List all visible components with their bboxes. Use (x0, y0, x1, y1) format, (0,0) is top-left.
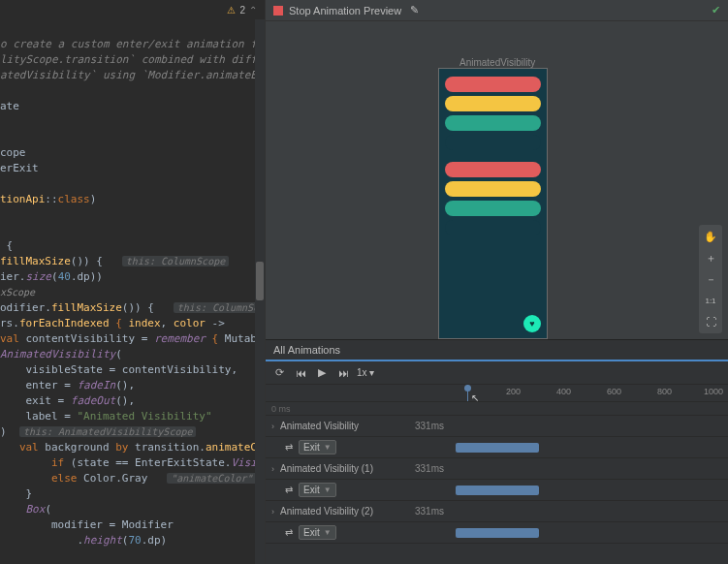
zoom-out-icon[interactable]: － (702, 270, 719, 288)
scrub-time-label: 0 ms (266, 402, 450, 415)
tick-1000: 1000 (704, 387, 723, 396)
track-0-header[interactable]: › Animated Visibility 331ms (266, 416, 728, 437)
tick-600: 600 (607, 387, 621, 396)
preview-bar-3 (445, 135, 541, 150)
chevron-down-icon: ▼ (324, 486, 332, 494)
preview-bar-6 (445, 201, 541, 216)
swap-icon[interactable]: ⇄ (285, 485, 293, 495)
track-0-sub: ⇄ Exit▼ (266, 437, 728, 458)
editor-status-bar: ⚠ 2 ⌃ (0, 0, 265, 19)
playback-controls: ⟳ ⏮ ▶ ⏭ 1x▾ (266, 361, 728, 385)
cursor-icon: ↖ (471, 392, 479, 403)
track-0-name: Animated Visibility (280, 421, 359, 431)
track-0-duration: 331ms (415, 421, 444, 431)
track-0-segment[interactable] (456, 443, 539, 453)
animation-inspector: All Animations ⟳ ⏮ ▶ ⏭ 1x▾ 200 400 600 8… (266, 339, 728, 564)
status-ok-icon: ✔ (712, 4, 720, 16)
track-1-name: Animated Visibility (1) (280, 463, 373, 474)
fab-button[interactable]: ♥ (523, 315, 541, 332)
track-1-segment[interactable] (456, 486, 539, 495)
editor-scrollbar[interactable] (255, 19, 265, 564)
track-2-duration: 331ms (415, 506, 444, 517)
edit-icon[interactable]: ✎ (407, 4, 421, 17)
preview-bar-2 (445, 115, 541, 131)
swap-icon[interactable]: ⇄ (285, 527, 293, 538)
track-2-header[interactable]: › Animated Visibility (2) 331ms (266, 501, 728, 522)
track-1-sub: ⇄ Exit▼ (266, 480, 728, 501)
preview-bar-7 (445, 220, 541, 235)
skip-end-icon[interactable]: ⏭ (335, 365, 351, 381)
code-area[interactable]: o create a custom enter/exit animation f… (0, 19, 265, 548)
swap-icon[interactable]: ⇄ (285, 442, 293, 453)
component-label: AnimatedVisibility (459, 57, 535, 68)
expand-icon[interactable]: ⌃ (249, 5, 257, 16)
zoom-in-icon[interactable]: ＋ (702, 249, 719, 266)
chevron-right-icon[interactable]: › (271, 422, 274, 431)
warning-icon: ⚠ (227, 5, 236, 16)
loop-icon[interactable]: ⟳ (271, 365, 287, 381)
chevron-down-icon: ▼ (324, 528, 332, 537)
chevron-down-icon: ▼ (324, 443, 332, 452)
toolbar-title: Stop Animation Preview (289, 5, 401, 16)
scrollbar-thumb[interactable] (256, 262, 264, 300)
track-2-sub: ⇄ Exit▼ (266, 522, 728, 544)
device-frame: ♥ (438, 68, 548, 339)
skip-start-icon[interactable]: ⏮ (293, 365, 308, 381)
track-1-header[interactable]: › Animated Visibility (1) 331ms (266, 458, 728, 480)
warning-count: 2 (239, 5, 245, 16)
tick-800: 800 (657, 387, 672, 396)
zoom-reset-button[interactable]: 1:1 (702, 292, 719, 309)
tick-400: 400 (556, 387, 571, 396)
chevron-right-icon[interactable]: › (271, 464, 274, 474)
play-icon[interactable]: ▶ (314, 365, 330, 381)
track-1-duration: 331ms (415, 463, 444, 474)
track-2-name: Animated Visibility (2) (280, 506, 373, 517)
chevron-right-icon[interactable]: › (271, 507, 274, 517)
track-1-state-select[interactable]: Exit▼ (299, 483, 336, 497)
tick-200: 200 (506, 387, 521, 396)
pan-icon[interactable]: ✋ (702, 228, 719, 245)
preview-bar-4 (445, 162, 541, 177)
track-2-state-select[interactable]: Exit▼ (299, 525, 336, 540)
chevron-down-icon: ▾ (369, 367, 374, 378)
preview-bar-0 (445, 77, 541, 92)
heart-icon: ♥ (529, 319, 534, 329)
playhead[interactable] (467, 385, 468, 401)
preview-canvas[interactable]: AnimatedVisibility ♥ ✋ ＋ － 1:1 ⛶ (266, 21, 728, 339)
inspector-tab-all[interactable]: All Animations (266, 340, 728, 361)
preview-toolbar: Stop Animation Preview ✎ ✔ (266, 0, 728, 21)
zoom-fit-icon[interactable]: ⛶ (702, 313, 719, 330)
preview-bar-1 (445, 96, 541, 111)
track-2-segment[interactable] (456, 528, 539, 538)
timeline-ruler[interactable]: 200 400 600 800 1000 ↖ (266, 385, 728, 402)
code-editor-pane: ⚠ 2 ⌃ o create a custom enter/exit anima… (0, 0, 265, 564)
preview-bar-5 (445, 181, 541, 197)
stop-icon[interactable] (273, 6, 283, 16)
preview-pane: Stop Animation Preview ✎ ✔ AnimatedVisib… (265, 0, 728, 564)
track-0-state-select[interactable]: Exit▼ (299, 440, 336, 454)
timeline: 200 400 600 800 1000 ↖ 0 ms › Animated V… (266, 385, 728, 564)
speed-selector[interactable]: 1x▾ (357, 367, 374, 378)
canvas-zoom-tools: ✋ ＋ － 1:1 ⛶ (699, 225, 722, 333)
